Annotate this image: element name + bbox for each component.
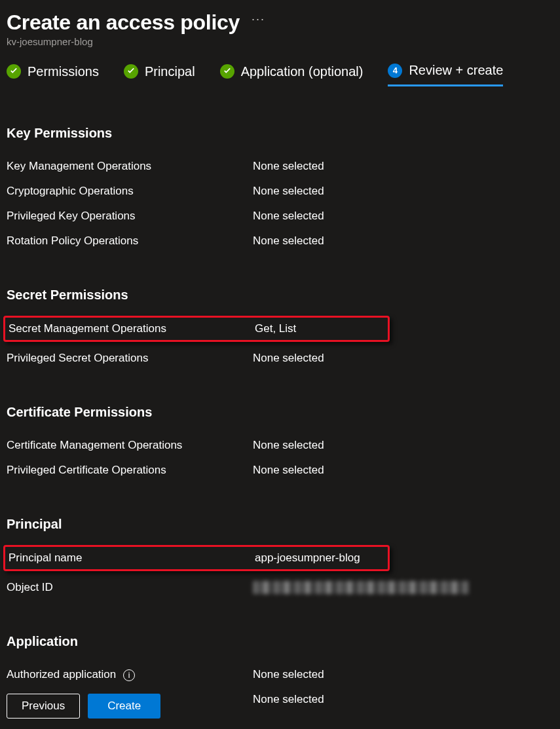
- perm-label: Privileged Key Operations: [7, 210, 253, 223]
- tab-application[interactable]: Application (optional): [220, 64, 364, 86]
- section-principal: Principal: [7, 517, 553, 532]
- check-icon: [220, 64, 234, 79]
- perm-row: Cryptographic Operations None selected: [7, 179, 553, 204]
- perm-label: Rotation Policy Operations: [7, 234, 253, 248]
- perm-label: Key Management Operations: [7, 160, 253, 173]
- highlighted-principal-row: Principal name app-joesumpner-blog: [3, 545, 390, 571]
- perm-value: None selected: [253, 185, 553, 198]
- info-icon[interactable]: i: [123, 669, 135, 681]
- page-subtitle: kv-joesumpner-blog: [7, 36, 553, 47]
- tab-review-create[interactable]: 4 Review + create: [388, 63, 503, 86]
- perm-row: Key Management Operations None selected: [7, 154, 553, 179]
- perm-value: None selected: [253, 439, 553, 452]
- page-title: Create an access policy: [7, 10, 240, 35]
- redacted-value: [253, 581, 469, 594]
- perm-label: Secret Management Operations: [9, 322, 255, 335]
- more-actions-icon[interactable]: ···: [252, 12, 265, 33]
- perm-row: Certificate Management Operations None s…: [7, 433, 553, 458]
- section-application: Application: [7, 634, 553, 649]
- footer-actions: Previous Create: [7, 694, 160, 719]
- highlighted-secret-row: Secret Management Operations Get, List: [3, 316, 390, 342]
- tab-label: Principal: [145, 64, 195, 79]
- principal-row: Object ID: [7, 575, 553, 600]
- perm-row: Privileged Secret Operations None select…: [7, 346, 553, 371]
- perm-row: Rotation Policy Operations None selected: [7, 229, 553, 253]
- wizard-tabs: Permissions Principal Application (optio…: [7, 63, 553, 86]
- tab-permissions[interactable]: Permissions: [7, 64, 99, 86]
- tab-label: Review + create: [409, 63, 503, 78]
- perm-row: Privileged Certificate Operations None s…: [7, 458, 553, 483]
- app-label: Authorized application i: [7, 668, 253, 681]
- perm-label: Privileged Certificate Operations: [7, 464, 253, 477]
- check-icon: [7, 64, 21, 79]
- perm-row: Secret Management Operations Get, List: [7, 318, 388, 340]
- principal-value-redacted: [253, 581, 553, 594]
- perm-value: None selected: [253, 464, 553, 477]
- principal-label: Principal name: [9, 551, 255, 565]
- app-row: Authorized application i None selected: [7, 662, 553, 687]
- check-icon: [124, 64, 138, 79]
- principal-row: Principal name app-joesumpner-blog: [7, 547, 388, 569]
- perm-value: None selected: [253, 234, 553, 248]
- section-key-permissions: Key Permissions: [7, 126, 553, 141]
- perm-value: None selected: [253, 210, 553, 223]
- perm-label: Certificate Management Operations: [7, 439, 253, 452]
- perm-value: None selected: [253, 160, 553, 173]
- step-number-badge: 4: [388, 64, 402, 78]
- perm-value: Get, List: [255, 322, 386, 335]
- previous-button[interactable]: Previous: [7, 694, 80, 719]
- perm-row: Privileged Key Operations None selected: [7, 204, 553, 229]
- app-value: None selected: [253, 693, 553, 706]
- principal-value: app-joesumpner-blog: [255, 551, 386, 565]
- section-certificate-permissions: Certificate Permissions: [7, 405, 553, 420]
- section-secret-permissions: Secret Permissions: [7, 288, 553, 303]
- principal-label: Object ID: [7, 581, 253, 594]
- tab-label: Application (optional): [241, 64, 364, 79]
- create-button[interactable]: Create: [88, 694, 160, 719]
- perm-label: Privileged Secret Operations: [7, 352, 253, 365]
- tab-label: Permissions: [28, 64, 99, 79]
- tab-principal[interactable]: Principal: [124, 64, 195, 86]
- perm-label: Cryptographic Operations: [7, 185, 253, 198]
- perm-value: None selected: [253, 352, 553, 365]
- app-value: None selected: [253, 668, 553, 681]
